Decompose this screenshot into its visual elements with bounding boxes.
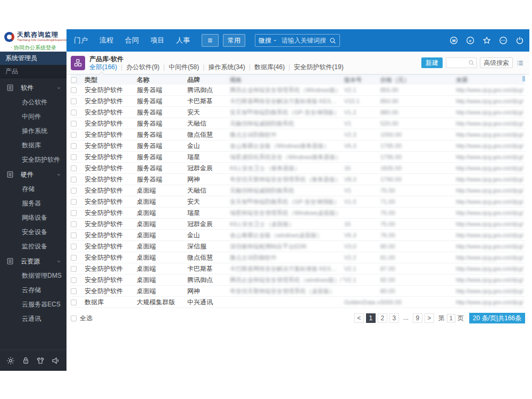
row-checkbox[interactable] bbox=[71, 277, 77, 283]
table-row[interactable]: 安全防护软件桌面端深信服深信服终端检测响应平台EDRV3.080.00http:… bbox=[71, 241, 525, 252]
next-page-button[interactable]: > bbox=[425, 313, 434, 323]
row-checkbox[interactable] bbox=[71, 87, 77, 93]
table-row[interactable]: 安全防护软件服务器端网神奇安信天擎终端安全管理系统（服务器版）V8.31790.… bbox=[71, 174, 525, 185]
table-row[interactable]: 安全防护软件桌面端金山金山毒霸企业版（windows桌面版）V6.376.00h… bbox=[71, 230, 525, 241]
row-checkbox[interactable] bbox=[71, 300, 77, 305]
sidebar-group-2[interactable]: 硬件 bbox=[0, 167, 66, 182]
sidebar-item-2-4[interactable]: 安全设备 bbox=[0, 225, 66, 239]
table-row[interactable]: 安全防护软件桌面端网神奇安信天擎终端安全管理系统（桌面版）80.00http:/… bbox=[71, 286, 525, 297]
row-checkbox[interactable] bbox=[71, 210, 77, 216]
nav-item-4[interactable]: 项目 bbox=[151, 36, 164, 45]
sidebar-item-3-3[interactable]: 云服务器ECS bbox=[0, 297, 66, 312]
table-row[interactable]: 安全防护软件服务器端安天安天智甲终端防御系统（GP-安全增强版）V1.2880.… bbox=[71, 107, 525, 118]
row-checkbox[interactable] bbox=[71, 199, 77, 205]
table-row[interactable]: 安全防护软件桌面端安天安天智甲终端防御系统（GP-安全增强版）V1.071.00… bbox=[71, 196, 525, 207]
scrollbar-thumb[interactable] bbox=[522, 76, 525, 81]
row-checkbox[interactable] bbox=[71, 221, 77, 227]
jump-page-input[interactable]: 1 bbox=[447, 314, 455, 322]
apps-menu-button[interactable] bbox=[202, 34, 219, 47]
table-row[interactable]: 安全防护软件服务器端天融信天融信终端威胁防御系统V1520.00http://w… bbox=[71, 118, 525, 129]
select-all[interactable]: 全选 bbox=[71, 314, 93, 323]
volume-icon[interactable] bbox=[52, 356, 60, 365]
sidebar-item-3-2[interactable]: 云存储 bbox=[0, 283, 66, 297]
tab-5[interactable]: 数据库(46) bbox=[254, 63, 285, 71]
nav-item-2[interactable]: 流程 bbox=[99, 36, 113, 45]
sidebar-item-2-1[interactable]: 存储 bbox=[0, 182, 66, 196]
row-checkbox[interactable] bbox=[71, 132, 77, 138]
table-search-input[interactable] bbox=[448, 60, 468, 66]
table-row[interactable]: 安全防护软件桌面端瑞星瑞星终端安全管理系统（Windows桌面版）75.00ht… bbox=[71, 207, 525, 219]
tab-4[interactable]: 操作系统(34) bbox=[208, 63, 245, 71]
row-checkbox[interactable] bbox=[71, 110, 77, 115]
m-circle-icon[interactable]: M bbox=[450, 36, 458, 45]
sidebar-item-1-4[interactable]: 数据库 bbox=[0, 138, 66, 153]
page-button-3[interactable]: 3 bbox=[389, 313, 399, 323]
table-row[interactable]: 安全防护软件桌面端卡巴斯基卡巴斯基网络安全解决方案标准版 KES…V2.187.… bbox=[71, 263, 525, 275]
page-button-2[interactable]: 2 bbox=[378, 313, 387, 323]
nav-item-changyong[interactable]: 常用 bbox=[223, 34, 245, 47]
table-row[interactable]: 安全防护软件桌面端冠群金辰KILL安全卫士（桌面版）1675.00http://… bbox=[71, 219, 525, 230]
table-row[interactable]: 安全防护软件桌面端腾讯御点腾讯企业终端安全管理系统（windows版）/ V2.… bbox=[71, 275, 525, 286]
row-checkbox[interactable] bbox=[71, 143, 77, 149]
favorite-icon[interactable] bbox=[483, 36, 491, 45]
new-button[interactable]: 新建 bbox=[421, 57, 443, 68]
global-search[interactable]: 微搜 请输入关键词搜 bbox=[255, 34, 340, 47]
nav-item-1[interactable]: 门户 bbox=[74, 36, 88, 45]
page-button-1[interactable]: 1 bbox=[366, 313, 376, 323]
table-row[interactable]: 安全防护软件桌面端天融信天融信终端威胁防御系统V175.00http://www… bbox=[71, 185, 525, 196]
page-button-...[interactable]: ... bbox=[401, 313, 411, 323]
page-button-9[interactable]: 9 bbox=[413, 313, 422, 323]
power-icon[interactable] bbox=[516, 36, 524, 45]
row-checkbox[interactable] bbox=[71, 177, 77, 182]
message-icon[interactable]: e bbox=[466, 36, 475, 45]
tab-2[interactable]: 办公软件(9) bbox=[126, 63, 160, 71]
prev-page-button[interactable]: < bbox=[354, 313, 364, 323]
page-size-badge[interactable]: 20 条/页|共166条 bbox=[469, 313, 525, 323]
sidebar-item-3-1[interactable]: 数据管理DMS bbox=[0, 269, 66, 283]
tab-1[interactable]: 全部(166) bbox=[89, 63, 117, 71]
sidebar-section-product[interactable]: 产品 bbox=[0, 65, 66, 78]
search-icon[interactable] bbox=[329, 37, 336, 44]
row-checkbox[interactable] bbox=[71, 188, 77, 194]
search-placeholder[interactable]: 请输入关键词搜 bbox=[281, 36, 326, 45]
nav-item-5[interactable]: 人事 bbox=[176, 36, 190, 45]
row-checkbox[interactable] bbox=[71, 244, 77, 250]
list-view-icon[interactable] bbox=[516, 60, 524, 66]
sidebar-item-2-5[interactable]: 监控设备 bbox=[0, 239, 66, 254]
table-row[interactable]: 安全防护软件服务器端金山金山毒霸企业版（Windows服务器版）V6.31795… bbox=[71, 140, 525, 152]
table-row[interactable]: 安全防护软件服务器端瑞星瑞星虚拟化系统安全（Windows服务器版）1795.0… bbox=[71, 152, 525, 163]
sidebar-group-3[interactable]: 云资源 bbox=[0, 254, 66, 269]
row-checkbox[interactable] bbox=[71, 98, 77, 104]
nav-item-3[interactable]: 合同 bbox=[125, 36, 139, 45]
row-checkbox[interactable] bbox=[71, 154, 77, 160]
row-checkbox[interactable] bbox=[71, 165, 77, 171]
advanced-search-button[interactable]: 高级搜索 bbox=[480, 57, 513, 68]
row-checkbox[interactable] bbox=[71, 121, 77, 127]
table-row[interactable]: 安全防护软件服务器端微点佰慧微点主动防御软件V2.31050.00http://… bbox=[71, 129, 525, 140]
table-row[interactable]: 数据库大规模集群版中兴通讯GoldenData s…5000.00http://… bbox=[71, 297, 525, 308]
row-checkbox[interactable] bbox=[71, 266, 77, 272]
sidebar-item-1-2[interactable]: 中间件 bbox=[0, 110, 66, 124]
tab-6[interactable]: 安全防护软件(19) bbox=[294, 63, 343, 71]
sidebar-item-1-5[interactable]: 安全防护软件 bbox=[0, 153, 66, 167]
sidebar-item-2-2[interactable]: 服务器 bbox=[0, 196, 66, 211]
table-search[interactable] bbox=[446, 57, 477, 68]
row-checkbox[interactable] bbox=[71, 255, 77, 261]
sidebar-group-1[interactable]: 软件 bbox=[0, 80, 66, 95]
table-row[interactable]: 安全防护软件桌面端微点佰慧微点主动防御软件V2.281.00http://www… bbox=[71, 252, 525, 263]
select-all-checkbox[interactable] bbox=[71, 315, 77, 321]
search-icon[interactable] bbox=[468, 60, 475, 66]
oa-login-link[interactable]: · 协同办公系统登录 bbox=[11, 44, 66, 52]
table-row[interactable]: 安全防护软件服务器端卡巴斯基卡巴斯基网络安全解决方案标准版 KES…V10.18… bbox=[71, 96, 525, 107]
row-checkbox[interactable] bbox=[71, 288, 77, 294]
sidebar-item-1-3[interactable]: 操作系统 bbox=[0, 124, 66, 138]
row-checkbox[interactable] bbox=[71, 232, 77, 238]
sidebar-item-1-1[interactable]: 办公软件 bbox=[0, 95, 66, 110]
table-row[interactable]: 安全防护软件服务器端腾讯御点腾讯企业终端安全管理系统（Windows版）V2.1… bbox=[71, 85, 525, 96]
sidebar-item-2-3[interactable]: 网络设备 bbox=[0, 211, 66, 225]
header-checkbox[interactable] bbox=[71, 77, 77, 83]
chevron-down-icon[interactable] bbox=[273, 38, 277, 43]
settings-icon[interactable] bbox=[6, 356, 15, 365]
table-row[interactable]: 安全防护软件服务器端冠群金辰KILL安全卫士（服务器版）161835.00htt… bbox=[71, 163, 525, 174]
theme-icon[interactable] bbox=[36, 356, 45, 365]
